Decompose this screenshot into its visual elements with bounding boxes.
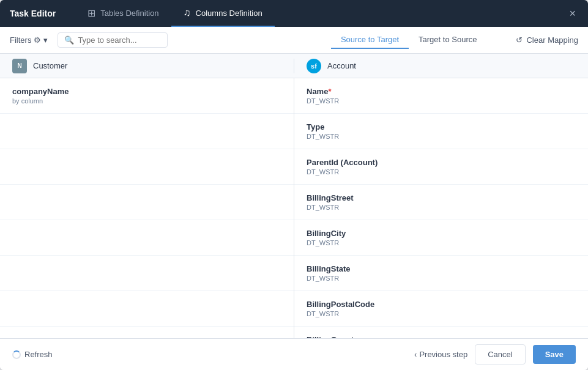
- target-field-name: BillingPostalCode: [307, 300, 576, 309]
- chevron-down-icon: ▾: [43, 35, 48, 45]
- search-box: 🔍: [58, 32, 168, 48]
- required-marker: *: [328, 87, 331, 96]
- app-title: Task Editor: [10, 9, 56, 18]
- close-button[interactable]: ×: [567, 5, 578, 23]
- tab-tables-label: Tables Definition: [100, 9, 158, 18]
- tab-columns-definition[interactable]: ♫ Columns Definition: [171, 0, 275, 27]
- previous-step-label: Previous step: [419, 350, 467, 359]
- target-row: BillingCountryDT_WSTR: [294, 327, 588, 338]
- source-row: [0, 291, 294, 327]
- target-field-type: DT_WSTR: [307, 133, 576, 140]
- target-field-type: DT_WSTR: [307, 204, 576, 211]
- titlebar: Task Editor ⊞ Tables Definition ♫ Column…: [0, 0, 588, 27]
- source-field-name: companyName: [12, 87, 281, 96]
- source-row: companyNameby column: [0, 78, 294, 114]
- clear-mapping-button[interactable]: ↺ Clear Mapping: [516, 35, 578, 45]
- columns-icon: ♫: [184, 7, 191, 18]
- target-field-type: DT_WSTR: [307, 310, 576, 317]
- tab-tables-definition[interactable]: ⊞ Tables Definition: [75, 0, 171, 27]
- target-row: BillingStreetDT_WSTR: [294, 185, 588, 220]
- target-field-name: BillingState: [307, 264, 576, 273]
- source-row: [0, 114, 294, 149]
- source-row: [0, 327, 294, 338]
- footer-actions: ‹ Previous step Cancel Save: [414, 344, 576, 364]
- filter-icon: ⚙: [34, 35, 41, 45]
- target-field-name: BillingCity: [307, 229, 576, 238]
- target-field-name: Type: [307, 122, 576, 131]
- source-row: [0, 185, 294, 220]
- source-row: [0, 220, 294, 256]
- source-field-subtext: by column: [12, 97, 281, 105]
- spinner-icon: [12, 350, 21, 359]
- target-label: Account: [327, 61, 356, 70]
- target-row: BillingStateDT_WSTR: [294, 256, 588, 291]
- refresh-icon: ↺: [516, 35, 523, 45]
- target-field-name: BillingStreet: [307, 193, 576, 202]
- refresh-button[interactable]: Refresh: [12, 350, 53, 359]
- target-field-name: ParentId (Account): [307, 158, 576, 167]
- source-label: Customer: [33, 61, 67, 70]
- target-row: BillingCityDT_WSTR: [294, 220, 588, 256]
- target-column: Name*DT_WSTRTypeDT_WSTRParentId (Account…: [294, 78, 588, 338]
- filters-label: Filters: [10, 35, 31, 45]
- source-column-header: N Customer: [0, 59, 294, 73]
- tab-target-to-source[interactable]: Target to Source: [409, 31, 486, 49]
- tab-columns-label: Columns Definition: [196, 9, 262, 18]
- tab-source-to-target[interactable]: Source to Target: [331, 31, 409, 49]
- refresh-label: Refresh: [24, 350, 53, 359]
- save-button[interactable]: Save: [533, 345, 576, 364]
- chevron-left-icon: ‹: [414, 350, 417, 359]
- target-column-header: sf Account: [294, 59, 588, 73]
- previous-step-button[interactable]: ‹ Previous step: [414, 350, 467, 359]
- target-row: BillingPostalCodeDT_WSTR: [294, 291, 588, 327]
- titlebar-tabs: ⊞ Tables Definition ♫ Columns Definition: [75, 0, 567, 27]
- search-input[interactable]: [78, 35, 163, 45]
- filters-button[interactable]: Filters ⚙ ▾: [10, 35, 48, 45]
- mapping-content: companyNameby column Name*DT_WSTRTypeDT_…: [0, 78, 588, 338]
- column-headers: N Customer sf Account: [0, 54, 588, 78]
- target-field-type: DT_WSTR: [307, 168, 576, 176]
- footer: Refresh ‹ Previous step Cancel Save: [0, 338, 588, 370]
- source-row: [0, 149, 294, 185]
- target-field-type: DT_WSTR: [307, 239, 576, 246]
- salesforce-logo: sf: [307, 59, 321, 73]
- target-row: ParentId (Account)DT_WSTR: [294, 149, 588, 185]
- search-icon: 🔍: [64, 35, 74, 45]
- tab-switcher: Source to Target Target to Source: [331, 31, 487, 49]
- target-row: Name*DT_WSTR: [294, 78, 588, 114]
- nifi-logo: N: [12, 59, 27, 73]
- source-column: companyNameby column: [0, 78, 294, 338]
- source-row: [0, 256, 294, 291]
- tables-icon: ⊞: [87, 7, 95, 19]
- target-field-type: DT_WSTR: [307, 97, 576, 105]
- target-field-name: Name*: [307, 87, 576, 96]
- toolbar: Filters ⚙ ▾ 🔍 Source to Target Target to…: [0, 27, 588, 54]
- target-field-type: DT_WSTR: [307, 275, 576, 282]
- task-editor-window: Task Editor ⊞ Tables Definition ♫ Column…: [0, 0, 588, 370]
- cancel-button[interactable]: Cancel: [475, 344, 525, 364]
- target-row: TypeDT_WSTR: [294, 114, 588, 149]
